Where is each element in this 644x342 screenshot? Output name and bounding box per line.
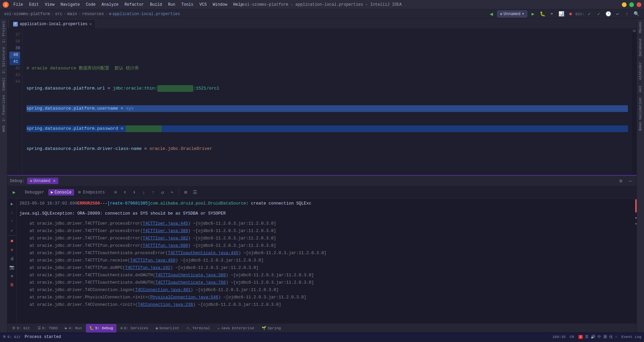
panel-ant[interactable]: Ant (637, 82, 644, 95)
tab-services[interactable]: ⚙ 8: Services (117, 324, 152, 333)
stack-link-5[interactable]: T4CTTIoauthenticate.java:445 (168, 249, 238, 257)
debug-down-icon[interactable]: ⬇ (130, 188, 139, 196)
debug-up-icon[interactable]: ⬆ (121, 188, 129, 196)
stack-link-6[interactable]: T4CTTIfun.java:450 (130, 257, 175, 264)
stack-link-11[interactable]: PhysicalConnection.java:546 (150, 294, 218, 301)
menu-vcs[interactable]: VCS (197, 2, 210, 8)
stack-link-8[interactable]: T4CTTIoauthenticate.java:380 (155, 272, 226, 279)
debug-down2-icon[interactable]: ↓ (140, 188, 148, 196)
breadcrumb-project[interactable]: sol-szomms-platform (4, 12, 50, 16)
stack-link-9[interactable]: T4CTTIoauthenticate.java:760 (155, 279, 226, 286)
stack-link-2[interactable]: T4CTTIoer.java:389 (143, 227, 188, 235)
stop-button[interactable]: ■ (567, 10, 574, 18)
tab-java-enterprise[interactable]: ☕ Java Enterprise (214, 324, 258, 333)
status-position[interactable]: 109:35 (552, 335, 566, 339)
panel-project[interactable]: 1: Project (1, 19, 7, 45)
breadcrumb-src[interactable]: src (55, 12, 62, 16)
panel-maven[interactable]: Maven (637, 19, 644, 36)
debug-minimize-icon[interactable]: — (627, 177, 634, 185)
stack-link-4[interactable]: T4CTTIfun.java:600 (143, 242, 188, 249)
git-commit-icon[interactable]: ✓ (586, 10, 593, 18)
debug-button[interactable]: 🐛 (539, 10, 546, 18)
console-scrollbar[interactable] (634, 198, 637, 323)
back-arrow-icon[interactable]: ◀ (488, 10, 495, 18)
stack-link-10[interactable]: T4CConnection.java:401 (135, 286, 191, 294)
status-git-item[interactable]: ⑨ 9: Git (3, 335, 21, 339)
breadcrumb-main[interactable]: main (67, 12, 77, 16)
run-to-cursor-icon[interactable]: ↙ (8, 226, 16, 234)
stop-debug-icon[interactable]: ■ (8, 237, 16, 245)
menu-tools[interactable]: Tools (179, 2, 196, 8)
debug-reload-icon[interactable]: ↺ (159, 188, 167, 196)
maximize-button[interactable]: □ (629, 2, 634, 7)
panel-web[interactable]: Web (1, 123, 7, 134)
run-button[interactable]: ▶ (529, 10, 537, 18)
menu-navigate[interactable]: Navigate (58, 2, 83, 8)
coverage-button[interactable]: ☂ (548, 10, 555, 18)
tab-debug[interactable]: 🐛 5: Debug (86, 324, 116, 333)
menu-refactor[interactable]: Refactor (122, 2, 147, 8)
step-over-icon[interactable]: ▶ (8, 200, 16, 208)
debugger-tab[interactable]: Debugger (22, 189, 47, 195)
status-event-log[interactable]: Event Log (622, 335, 641, 339)
git-history-icon[interactable]: 🕐 (604, 10, 612, 18)
step-into-icon[interactable]: ↓ (8, 209, 16, 217)
resume-button[interactable]: ▶ (10, 188, 18, 196)
panel-commit[interactable]: Commit (1, 75, 7, 93)
menu-view[interactable]: View (42, 2, 57, 8)
menu-edit[interactable]: Edit (26, 2, 42, 8)
tab-sonarlint[interactable]: ◉ SonarLint (152, 324, 182, 333)
menu-build[interactable]: Build (147, 2, 165, 8)
stack-link-7[interactable]: T4CTTIfun.java:192 (125, 264, 170, 272)
panel-favorites[interactable]: 2: Favorites (1, 93, 7, 123)
debug-up2-icon[interactable]: ↑ (149, 188, 157, 196)
debug-config-tab[interactable]: ⚙ Unnamed ✕ (27, 178, 58, 184)
debug-settings-icon[interactable]: ⚙ (617, 177, 625, 185)
settings-debug-icon[interactable]: ⚙ (8, 272, 16, 280)
search-icon[interactable]: 🔍 (633, 10, 640, 18)
stack-link-3[interactable]: T4CTTIoer.java:382 (143, 235, 188, 242)
stack-link-1[interactable]: T4CTTIoer.java:445 (143, 220, 188, 227)
tab-git[interactable]: ⑨ 9: Git (9, 324, 34, 333)
breadcrumb-resources[interactable]: resources (82, 12, 104, 16)
tab-terminal[interactable]: >_ Terminal (183, 324, 213, 333)
code-editor-content[interactable]: # oracle datasource 数据库访问配置 默认 统计库 sprin… (22, 29, 632, 175)
stack-link-12[interactable]: T4CConnection.java:236 (138, 301, 193, 308)
menu-analyze[interactable]: Analyze (99, 2, 121, 8)
menu-file[interactable]: File (11, 2, 26, 8)
menu-code[interactable]: Code (83, 2, 98, 8)
menu-run[interactable]: Run (165, 2, 178, 8)
git-check-icon[interactable]: ✓ (595, 10, 602, 18)
menu-window[interactable]: Window (210, 2, 230, 8)
tab-close-button[interactable]: ✕ (90, 22, 92, 26)
tab-spring[interactable]: 🌱 Spring (258, 324, 284, 333)
print-icon[interactable]: 🖨 (8, 254, 16, 263)
profile-button[interactable]: 📊 (557, 10, 565, 18)
panel-bean-validation[interactable]: Bean Validation (637, 95, 644, 133)
git-push-icon[interactable]: ↑ (623, 10, 631, 18)
minimize-button[interactable]: — (622, 2, 627, 7)
status-encoding[interactable]: CR (570, 335, 574, 339)
tab-run[interactable]: ▶ 4: Run (62, 324, 85, 333)
debug-step-icon[interactable]: ↷ (168, 188, 176, 196)
camera-icon[interactable]: 📷 (8, 263, 16, 271)
breadcrumb-file[interactable]: ⚙application-local.properties (109, 11, 180, 16)
close-button[interactable]: ✕ (637, 2, 641, 7)
panel-database[interactable]: Database (637, 36, 644, 59)
debug-list-icon[interactable]: ☰ (191, 188, 199, 196)
mute-breakpoints-icon[interactable]: ⊘ (8, 246, 16, 254)
tab-todo[interactable]: ☰ 6: TODO (34, 324, 61, 333)
endpoints-tab[interactable]: ⊞ Endpoints (75, 189, 107, 195)
editor-scrollbar[interactable] (632, 29, 637, 175)
console-tab[interactable]: ▶ Console (48, 189, 74, 195)
trash-icon[interactable]: 🗑 (8, 281, 16, 289)
panel-structure[interactable]: 2: Structure (1, 45, 7, 75)
debug-console-content[interactable]: 2023-05-16 16:37:02.890 ERROR 2580 --- [… (17, 198, 634, 323)
debug-format-icon[interactable]: ≡ (112, 188, 120, 196)
debug-grid-icon[interactable]: ⊞ (182, 188, 190, 196)
run-config-selector[interactable]: ⚙ Unnamed ▾ (497, 10, 527, 17)
panel-aixcoder[interactable]: AIXCoder (637, 59, 644, 82)
tab-properties-file[interactable]: P application-local.properties ✕ (9, 19, 96, 28)
step-out-icon[interactable]: ↑ (8, 217, 16, 225)
git-undo-icon[interactable]: ↩ (614, 10, 621, 18)
